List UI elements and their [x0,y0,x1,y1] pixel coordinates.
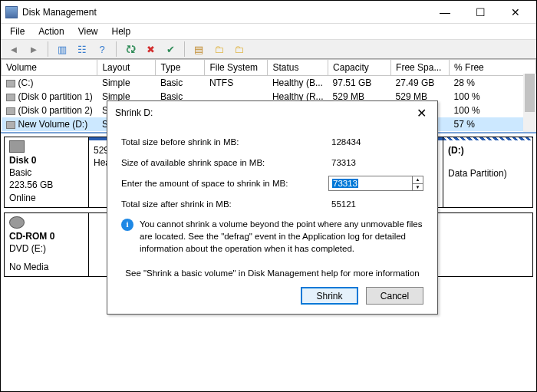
partition-d[interactable]: (D:) Data Partition) [443,137,532,207]
disk-status: Online [9,192,84,204]
app-icon [5,6,18,18]
layout-icon[interactable]: ☷ [74,41,91,58]
spin-down-icon: ▼ [413,184,423,191]
disk-header: CD-ROM 0 DVD (E:) No Media [5,213,89,277]
menubar: File Action View Help [1,24,536,39]
cd-type: DVD (E:) [9,242,84,255]
menu-view[interactable]: View [72,25,104,38]
volume-icon [6,107,15,115]
info-icon: i [121,219,133,231]
menu-help[interactable]: Help [106,25,137,38]
cancel-button[interactable]: Cancel [366,287,423,305]
refresh-icon[interactable]: 🗘 [122,41,139,58]
cd-status: No Media [9,261,84,273]
dialog-title: Shrink D: [115,107,412,118]
volume-icon [6,94,15,101]
col-capacity[interactable]: Capacity [328,60,391,76]
shrink-input[interactable]: 73313 [328,176,413,191]
list-icon[interactable]: ▤ [190,41,207,58]
disk-header: Disk 0 Basic 223.56 GB Online [5,137,89,207]
label-before: Total size before shrink in MB: [121,137,328,147]
minimize-button[interactable]: — [427,2,463,23]
delete-icon[interactable]: ✖ [142,41,159,58]
window-title: Disk Management [22,7,427,18]
spin-up-icon: ▲ [413,176,423,184]
volume-icon [6,80,15,87]
folder-icon[interactable]: 🗀 [230,41,247,58]
shrink-spinner[interactable]: ▲▼ [413,176,423,191]
check-icon[interactable]: ✔ [162,41,179,58]
info-text: You cannot shrink a volume beyond the po… [140,218,423,255]
col-layout[interactable]: Layout [97,60,156,76]
dialog-titlebar[interactable]: Shrink D: ✕ [107,101,437,124]
table-row[interactable]: (C:)SimpleBasicNTFSHealthy (B...97.51 GB… [2,76,536,91]
col-free[interactable]: Free Spa... [391,60,450,76]
maximize-button[interactable]: ☐ [463,2,498,23]
shrink-dialog: Shrink D: ✕ Total size before shrink in … [107,100,438,315]
disk-type: Basic [9,166,84,179]
shrink-button[interactable]: Shrink [301,287,358,305]
label-after: Total size after shrink in MB: [121,199,328,209]
cdrom-icon [9,216,25,229]
value-avail: 73313 [328,155,413,170]
label-avail: Size of available shrink space in MB: [121,158,328,167]
disk-size: 223.56 GB [9,179,84,191]
forward-icon[interactable]: ► [25,41,42,58]
disk-icon [9,140,25,153]
toolbar: ◄►▥☷?🗘✖✔▤🗀🗀 [1,39,536,59]
col-type[interactable]: Type [156,60,205,76]
table-scrollbar[interactable] [523,74,536,132]
dialog-close-button[interactable]: ✕ [412,106,431,120]
back-icon[interactable]: ◄ [5,41,22,58]
cd-name: CD-ROM 0 [9,230,84,242]
col-fs[interactable]: File System [205,60,268,76]
dialog-help: See "Shrink a basic volume" in Disk Mana… [121,268,423,278]
close-button[interactable]: ✕ [498,2,533,23]
label-shrink: Enter the amount of space to shrink in M… [121,179,328,188]
help-icon[interactable]: ? [94,41,110,58]
part-status: Data Partition) [448,168,528,180]
dialog-info: i You cannot shrink a volume beyond the … [121,218,423,255]
part-label: (D:) [448,145,464,156]
menu-action[interactable]: Action [32,25,70,38]
titlebar: Disk Management — ☐ ✕ [1,1,536,24]
value-after: 55121 [328,196,413,212]
open-icon[interactable]: 🗀 [210,41,227,58]
menu-file[interactable]: File [4,25,31,38]
col-status[interactable]: Status [268,60,328,76]
value-before: 128434 [328,134,413,150]
disk-name: Disk 0 [9,154,84,166]
volume-icon [6,121,15,129]
panels-icon[interactable]: ▥ [54,41,71,58]
col-volume[interactable]: Volume [2,60,97,76]
